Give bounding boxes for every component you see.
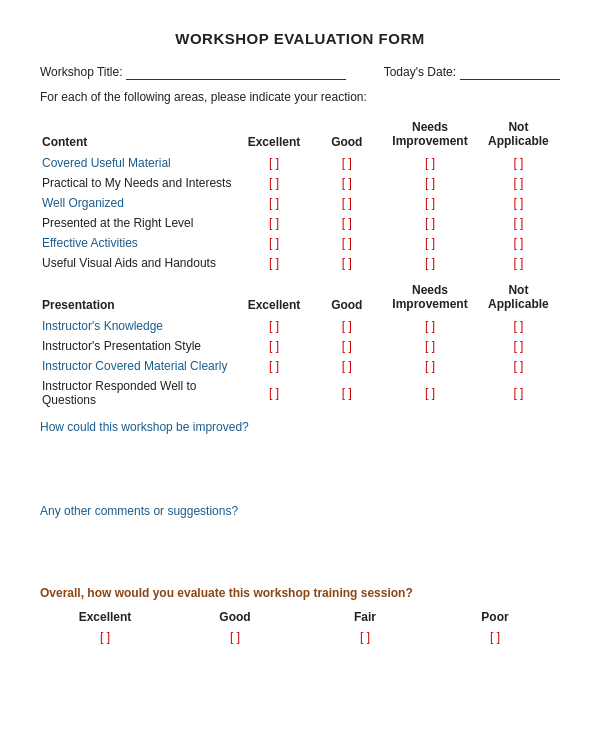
overall-question: Overall, how would you evaluate this wor… [40,586,560,600]
col-header-presentation: Presentation [40,279,238,316]
overall-checkbox-excellent[interactable]: [ ] [40,630,170,644]
content-good-4[interactable]: [ ] [310,233,383,253]
content-excellent-1[interactable]: [ ] [238,173,311,193]
col-header-needs-improvement-2: Needs Improvement [383,279,477,316]
pres-na-3[interactable]: [ ] [477,376,560,410]
content-na-0[interactable]: [ ] [477,153,560,173]
col-header-excellent-2: Excellent [238,279,311,316]
content-excellent-4[interactable]: [ ] [238,233,311,253]
content-na-5[interactable]: [ ] [477,253,560,273]
content-rating-table: Content Excellent Good Needs Improvement… [40,116,560,273]
content-item-5: Useful Visual Aids and Handouts [40,253,238,273]
content-item-2: Well Organized [40,193,238,213]
col-header-not-applicable-2: Not Applicable [477,279,560,316]
content-item-3: Presented at the Right Level [40,213,238,233]
content-item-0: Covered Useful Material [40,153,238,173]
overall-checkbox-poor[interactable]: [ ] [430,630,560,644]
overall-section: Overall, how would you evaluate this wor… [40,586,560,644]
improve-question: How could this workshop be improved? [40,420,560,434]
pres-item-2: Instructor Covered Material Clearly [40,356,238,376]
workshop-title-underline[interactable] [126,65,346,80]
col-header-needs-improvement: Needs Improvement [383,116,477,153]
date-underline[interactable] [460,65,560,80]
content-good-3[interactable]: [ ] [310,213,383,233]
form-title: WORKSHOP EVALUATION FORM [40,30,560,47]
col-header-not-applicable: Not Applicable [477,116,560,153]
pres-na-1[interactable]: [ ] [477,336,560,356]
pres-na-2[interactable]: [ ] [477,356,560,376]
presentation-rating-table: Presentation Excellent Good Needs Improv… [40,279,560,410]
pres-excellent-1[interactable]: [ ] [238,336,311,356]
content-excellent-3[interactable]: [ ] [238,213,311,233]
content-na-4[interactable]: [ ] [477,233,560,253]
pres-needs-2[interactable]: [ ] [383,356,477,376]
pres-needs-3[interactable]: [ ] [383,376,477,410]
content-good-2[interactable]: [ ] [310,193,383,213]
content-na-2[interactable]: [ ] [477,193,560,213]
content-good-5[interactable]: [ ] [310,253,383,273]
pres-good-1[interactable]: [ ] [310,336,383,356]
pres-needs-0[interactable]: [ ] [383,316,477,336]
pres-item-1: Instructor's Presentation Style [40,336,238,356]
pres-good-0[interactable]: [ ] [310,316,383,336]
col-header-good: Good [310,116,383,153]
content-needs-4[interactable]: [ ] [383,233,477,253]
overall-label-good: Good [170,610,300,624]
content-excellent-5[interactable]: [ ] [238,253,311,273]
instruction-text: For each of the following areas, please … [40,90,560,104]
content-item-4: Effective Activities [40,233,238,253]
content-item-1: Practical to My Needs and Interests [40,173,238,193]
content-needs-3[interactable]: [ ] [383,213,477,233]
pres-excellent-3[interactable]: [ ] [238,376,311,410]
content-needs-0[interactable]: [ ] [383,153,477,173]
content-needs-1[interactable]: [ ] [383,173,477,193]
content-excellent-2[interactable]: [ ] [238,193,311,213]
content-good-0[interactable]: [ ] [310,153,383,173]
pres-needs-1[interactable]: [ ] [383,336,477,356]
overall-label-fair: Fair [300,610,430,624]
col-header-excellent: Excellent [238,116,311,153]
pres-good-3[interactable]: [ ] [310,376,383,410]
pres-good-2[interactable]: [ ] [310,356,383,376]
content-needs-2[interactable]: [ ] [383,193,477,213]
overall-label-excellent: Excellent [40,610,170,624]
content-na-3[interactable]: [ ] [477,213,560,233]
overall-label-poor: Poor [430,610,560,624]
content-excellent-0[interactable]: [ ] [238,153,311,173]
col-header-good-2: Good [310,279,383,316]
comments-question: Any other comments or suggestions? [40,504,560,518]
col-header-content: Content [40,116,238,153]
pres-item-0: Instructor's Knowledge [40,316,238,336]
pres-na-0[interactable]: [ ] [477,316,560,336]
pres-excellent-0[interactable]: [ ] [238,316,311,336]
pres-excellent-2[interactable]: [ ] [238,356,311,376]
overall-checkbox-fair[interactable]: [ ] [300,630,430,644]
content-needs-5[interactable]: [ ] [383,253,477,273]
date-label: Today's Date: [384,65,456,79]
content-na-1[interactable]: [ ] [477,173,560,193]
overall-checkbox-good[interactable]: [ ] [170,630,300,644]
content-good-1[interactable]: [ ] [310,173,383,193]
workshop-title-label: Workshop Title: [40,65,122,79]
pres-item-3: Instructor Responded Well to Questions [40,376,238,410]
